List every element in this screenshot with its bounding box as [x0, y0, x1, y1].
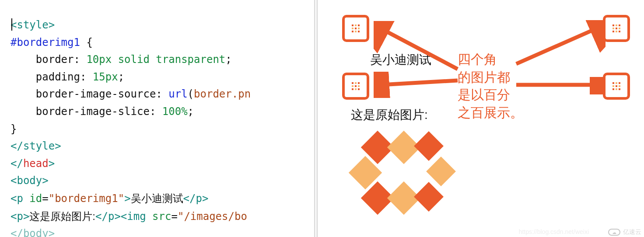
preview-label-original: 这是原始图片: — [351, 107, 428, 123]
code-line: <body> — [10, 172, 314, 190]
code-line: #borderimg1 { — [10, 34, 314, 52]
split-view: <style> #borderimg1 { border: 10px solid… — [0, 0, 644, 237]
watermark-text: 亿速云 — [623, 228, 641, 236]
dot-pattern-icon — [612, 24, 620, 32]
watermark: https://blog.csdn.net/weixi ☁ 亿速云 — [608, 228, 641, 236]
arrow-icon — [374, 21, 461, 78]
code-line: border: 10px solid transparent; — [10, 51, 314, 69]
code-line: padding: 15px; — [10, 69, 314, 86]
code-line: <p>这是原始图片:</p><img src="/images/bo — [10, 208, 314, 226]
cloud-icon: ☁ — [608, 229, 620, 236]
preview-pane: 吴小迪测试 这是原始图片: 四个角 的图片都 是以百分 之百展示。 — [318, 0, 644, 237]
arrow-icon — [374, 72, 461, 98]
border-corner — [603, 15, 630, 42]
code-line: </style> — [10, 138, 314, 155]
svg-line-2 — [516, 28, 598, 64]
code-line: <style> — [10, 17, 314, 34]
code-line: } — [10, 121, 314, 138]
svg-line-0 — [382, 29, 458, 69]
border-corner — [342, 73, 369, 100]
code-pane[interactable]: <style> #borderimg1 { border: 10px solid… — [0, 0, 314, 237]
dot-pattern-icon — [352, 82, 360, 90]
original-border-image — [349, 131, 424, 206]
text-cursor — [11, 18, 12, 31]
code-line: border-image-source: url(border.pn — [10, 86, 314, 103]
arrow-icon — [514, 77, 606, 94]
border-corner — [342, 15, 369, 42]
arrow-icon — [514, 20, 606, 68]
svg-line-1 — [382, 80, 458, 85]
code-line: border-image-slice: 100%; — [10, 103, 314, 121]
dot-pattern-icon — [612, 82, 620, 90]
code-line: </head> — [10, 155, 314, 173]
code-line: </body> — [10, 225, 314, 237]
code-line: <p id="borderimg1">吴小迪测试</p> — [10, 190, 314, 208]
pane-divider[interactable] — [314, 0, 318, 237]
watermark-url: https://blog.csdn.net/weixi — [519, 228, 589, 235]
dot-pattern-icon — [352, 24, 360, 32]
border-corner — [603, 73, 630, 100]
